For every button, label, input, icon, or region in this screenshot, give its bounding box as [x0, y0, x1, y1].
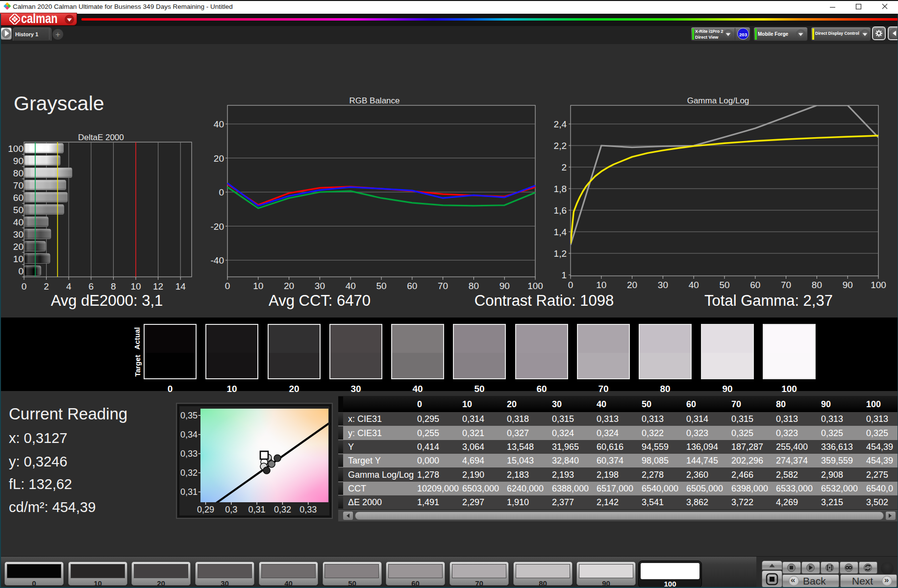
svg-text:20: 20 — [13, 242, 24, 252]
svg-text:0: 0 — [18, 266, 24, 276]
svg-text:4: 4 — [66, 281, 72, 292]
svg-text:0: 0 — [225, 281, 230, 291]
svg-text:0,29: 0,29 — [197, 505, 214, 514]
svg-text:DeltaE 2000: DeltaE 2000 — [78, 133, 124, 142]
svg-text:-40: -40 — [211, 255, 224, 266]
svg-text:10: 10 — [13, 254, 24, 264]
svg-text:20: 20 — [284, 281, 294, 291]
svg-text:80: 80 — [469, 281, 479, 291]
svg-text:90: 90 — [13, 156, 24, 166]
svg-text:14: 14 — [175, 281, 186, 292]
svg-text:0,32: 0,32 — [180, 468, 198, 478]
svg-text:0: 0 — [568, 280, 574, 290]
svg-text:1,4: 1,4 — [554, 227, 567, 237]
svg-text:30: 30 — [13, 229, 24, 240]
svg-text:40: 40 — [346, 281, 356, 291]
svg-text:6: 6 — [89, 281, 94, 292]
svg-text:30: 30 — [658, 280, 668, 290]
svg-text:RGB Balance: RGB Balance — [349, 96, 400, 105]
svg-text:60: 60 — [750, 280, 760, 290]
svg-text:70: 70 — [781, 280, 791, 290]
svg-text:50: 50 — [376, 281, 386, 291]
svg-text:8: 8 — [111, 281, 116, 292]
svg-text:60: 60 — [407, 281, 417, 291]
svg-text:40: 40 — [689, 280, 699, 290]
svg-text:10: 10 — [130, 281, 141, 292]
svg-text:2: 2 — [561, 162, 567, 172]
svg-text:70: 70 — [438, 281, 448, 291]
svg-text:40: 40 — [214, 119, 224, 129]
svg-text:2: 2 — [44, 281, 49, 292]
svg-text:90: 90 — [499, 281, 510, 291]
svg-text:40: 40 — [13, 217, 24, 227]
svg-text:Gamma Log/Log: Gamma Log/Log — [687, 96, 749, 105]
svg-text:30: 30 — [315, 281, 325, 291]
svg-text:1: 1 — [561, 270, 567, 280]
svg-text:0,3: 0,3 — [225, 505, 237, 514]
svg-text:1,6: 1,6 — [554, 205, 567, 216]
svg-text:2,4: 2,4 — [554, 119, 567, 129]
svg-text:0: 0 — [22, 281, 27, 292]
svg-text:80: 80 — [13, 168, 24, 178]
svg-text:0: 0 — [219, 187, 224, 197]
svg-text:60: 60 — [13, 193, 24, 203]
svg-text:50: 50 — [719, 280, 729, 290]
svg-text:70: 70 — [13, 180, 24, 191]
svg-text:50: 50 — [13, 205, 24, 215]
svg-text:12: 12 — [153, 281, 163, 292]
svg-text:100: 100 — [527, 281, 543, 291]
svg-text:-20: -20 — [211, 221, 224, 232]
svg-text:20: 20 — [214, 153, 224, 164]
svg-text:0,31: 0,31 — [249, 505, 266, 514]
svg-text:90: 90 — [843, 280, 853, 290]
svg-text:0,31: 0,31 — [180, 487, 198, 497]
svg-text:0,35: 0,35 — [180, 411, 198, 420]
svg-text:1,8: 1,8 — [554, 184, 567, 194]
svg-text:0,33: 0,33 — [180, 449, 198, 459]
svg-text:1,2: 1,2 — [554, 248, 567, 259]
svg-text:100: 100 — [871, 280, 886, 290]
svg-text:10: 10 — [253, 281, 263, 291]
svg-text:0,33: 0,33 — [299, 505, 317, 514]
svg-text:80: 80 — [812, 280, 822, 290]
svg-text:10: 10 — [596, 280, 606, 290]
svg-text:2,2: 2,2 — [554, 141, 567, 151]
svg-text:0,32: 0,32 — [274, 505, 291, 514]
svg-text:0,34: 0,34 — [180, 430, 198, 440]
svg-text:100: 100 — [8, 144, 24, 154]
svg-text:20: 20 — [627, 280, 637, 290]
